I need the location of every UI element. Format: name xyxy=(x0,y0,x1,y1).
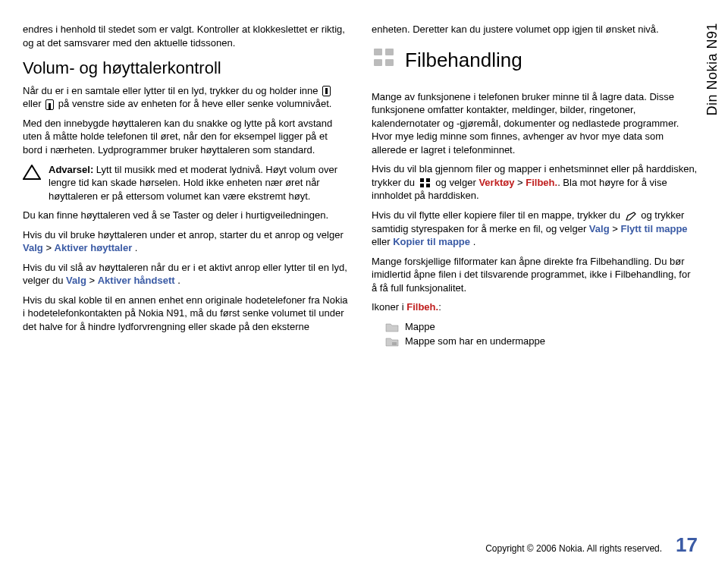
column-right: enheten. Deretter kan du justere volumet… xyxy=(372,23,698,350)
svg-rect-0 xyxy=(374,49,382,55)
text: eller xyxy=(372,236,393,247)
menu-path: Filbeh. xyxy=(526,177,557,188)
heading-volume-control: Volum- og høyttalerkontroll xyxy=(23,57,349,80)
svg-rect-7 xyxy=(426,184,430,187)
text: Når du er i en samtale eller lytter til … xyxy=(23,85,321,96)
sidebar-section-title: Din Nokia N91 xyxy=(704,23,720,116)
text: Hvis du vil flytte eller kopiere filer t… xyxy=(372,209,623,221)
volume-up-key-icon xyxy=(322,86,331,96)
menu-option: Valg xyxy=(23,242,43,253)
paragraph: enheten. Deretter kan du justere volumet… xyxy=(372,23,698,36)
menu-option: Aktiver høyttaler xyxy=(55,242,133,253)
copyright-text: Copyright © 2006 Nokia. All rights reser… xyxy=(485,543,662,554)
page-number: 17 xyxy=(676,533,698,557)
paragraph: Du kan finne høyttaleren ved å se Taster… xyxy=(23,209,349,222)
folder-subfolder-icon xyxy=(385,336,399,347)
text: Ikoner i xyxy=(372,301,406,313)
separator: > xyxy=(612,223,620,234)
text: . xyxy=(135,242,138,253)
heading-filbehandling: Filbehandling xyxy=(405,47,522,74)
paragraph: Ikoner i Filbeh.: xyxy=(372,300,698,314)
paragraph: Hvis du vil bruke høyttaleren under et a… xyxy=(23,228,349,255)
volume-down-key-icon xyxy=(46,99,54,110)
menu-option: Flytt til mappe xyxy=(620,223,687,234)
menu-path: Verktøy xyxy=(479,177,514,188)
two-column-layout: endres i henhold til stedet som er valgt… xyxy=(23,23,698,350)
folder-icon xyxy=(385,322,399,332)
page-footer: Copyright © 2006 Nokia. All rights reser… xyxy=(23,533,698,557)
paragraph: Mange av funksjonene i telefonen bruker … xyxy=(372,90,698,157)
paragraph: Med den innebygde høyttaleren kan du sna… xyxy=(23,117,349,157)
paragraph: Når du er i en samtale eller lytter til … xyxy=(23,84,349,111)
menu-option: Aktiver håndsett xyxy=(98,275,175,286)
menu-option: Kopier til mappe xyxy=(393,236,470,247)
icon-legend-row: Mappe som har en undermappe xyxy=(385,335,698,348)
svg-rect-3 xyxy=(385,59,394,66)
menu-option: Valg xyxy=(589,223,610,234)
paragraph: Hvis du vil slå av høyttaleren når du er… xyxy=(23,261,349,288)
section-header-filbehandling: Filbehandling xyxy=(372,42,698,81)
warning-text: Advarsel: Lytt til musikk med et moderat… xyxy=(49,163,349,203)
svg-rect-8 xyxy=(392,342,397,345)
text: . xyxy=(177,275,180,286)
paragraph: endres i henhold til stedet som er valgt… xyxy=(23,23,349,49)
paragraph: Hvis du vil flytte eller kopiere filer t… xyxy=(372,209,698,249)
menu-option: Valg xyxy=(66,275,86,286)
icon-legend-label: Mappe xyxy=(405,320,435,334)
text: på venstre side av enheten for å heve el… xyxy=(58,98,332,109)
menu-path: Filbeh. xyxy=(406,301,438,313)
text: Hvis du vil bruke høyttaleren under et a… xyxy=(23,229,344,240)
icon-legend-label: Mappe som har en undermappe xyxy=(405,335,545,348)
text: . xyxy=(473,236,476,247)
svg-rect-2 xyxy=(374,59,382,66)
paragraph: Hvis du vil bla gjennom filer og mapper … xyxy=(372,162,698,203)
paragraph: Mange forskjellige filformater kan åpne … xyxy=(372,255,698,295)
warning-triangle-icon xyxy=(23,165,41,180)
icon-legend-row: Mappe xyxy=(385,320,698,334)
text: eller xyxy=(23,98,44,109)
edit-key-icon xyxy=(625,211,637,222)
warning-block: Advarsel: Lytt til musikk med et moderat… xyxy=(23,163,349,203)
paragraph: Hvis du skal koble til en annen enhet en… xyxy=(23,294,349,334)
separator: > xyxy=(517,177,526,188)
column-left: endres i henhold til stedet som er valgt… xyxy=(23,23,349,350)
svg-rect-5 xyxy=(426,178,430,182)
menu-key-icon xyxy=(419,178,431,188)
text: og velger xyxy=(435,177,479,188)
svg-rect-1 xyxy=(385,49,394,55)
separator: > xyxy=(89,275,97,286)
text: : xyxy=(438,301,441,313)
svg-rect-4 xyxy=(420,178,424,182)
warning-label: Advarsel: xyxy=(49,164,93,175)
file-manager-icon xyxy=(372,46,396,70)
separator: > xyxy=(46,242,54,253)
svg-rect-6 xyxy=(420,184,424,187)
